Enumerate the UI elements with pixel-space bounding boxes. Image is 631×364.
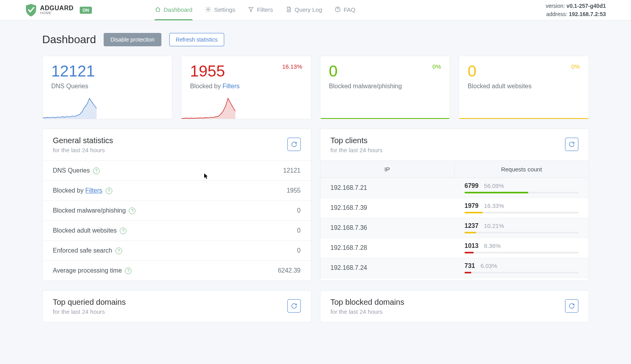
nav-faq-label: FAQ [344, 6, 355, 13]
top-clients-panel: Top clients for the last 24 hours IP Req… [320, 129, 589, 281]
nav-dashboard-label: Dashboard [164, 6, 192, 13]
malware-pct: 0% [432, 63, 441, 70]
help-icon[interactable]: ? [120, 228, 126, 234]
refresh-top-clients-button[interactable] [565, 138, 578, 151]
refresh-icon [569, 303, 575, 309]
page-title: Dashboard [42, 33, 96, 46]
top-clients-table-body[interactable]: 192.168.7.21679956.09%192.168.7.39197916… [320, 178, 589, 278]
client-requests: 197916.33% [454, 198, 589, 217]
adult-pct: 0% [571, 63, 580, 70]
stat-card-malware: 0% 0 Blocked malware/phishing [320, 56, 450, 119]
malware-label: Blocked malware/phishing [329, 83, 441, 90]
top-queried-sub: for the last 24 hours [53, 308, 287, 315]
stat-row-label: DNS Queries? [53, 167, 283, 174]
stat-card-adult: 0% 0 Blocked adult websites [459, 56, 589, 119]
malware-flatline [320, 118, 450, 119]
nav-filters-label: Filters [257, 6, 273, 13]
refresh-icon [569, 141, 575, 147]
client-ip: 192.168.7.24 [320, 258, 455, 278]
col-requests[interactable]: Requests count [455, 161, 589, 178]
adult-label: Blocked adult websites [468, 83, 580, 90]
nav-filters[interactable]: Filters [248, 0, 273, 20]
top-navbar: ADGUARD HOME ON Dashboard Settings Filte… [0, 0, 631, 20]
blocked-pct: 16.13% [282, 63, 302, 70]
client-ip: 192.168.7.28 [320, 238, 455, 258]
general-statistics-panel: General statistics for the last 24 hours… [42, 129, 311, 281]
help-icon[interactable]: ? [93, 167, 100, 174]
nav-faq[interactable]: FAQ [335, 0, 355, 20]
stat-row-value: 6242.39 [278, 267, 301, 274]
adult-value: 0 [468, 63, 580, 79]
stat-row-label: Blocked malware/phishing? [53, 207, 297, 214]
stat-row: Blocked by Filters?1955 [43, 180, 311, 200]
general-stats-title: General statistics [53, 136, 287, 145]
stat-row-label: Average processing time? [53, 267, 278, 274]
client-ip: 192.168.7.39 [320, 198, 455, 218]
dns-sparkline [43, 97, 97, 119]
stat-row: Blocked adult websites?0 [43, 220, 311, 240]
nav-dashboard[interactable]: Dashboard [155, 0, 192, 20]
client-ip: 192.168.7.21 [320, 178, 455, 198]
stat-row: DNS Queries?12121 [43, 160, 311, 180]
adult-flatline [459, 118, 589, 119]
page-header: Dashboard Disable protection Refresh sta… [42, 33, 589, 46]
client-requests: 10138.36% [454, 238, 589, 257]
nav-settings[interactable]: Settings [205, 0, 235, 20]
home-icon [155, 6, 161, 13]
client-requests: 123710.21% [454, 218, 589, 237]
stat-row-label: Blocked by Filters? [53, 187, 287, 194]
shield-icon [25, 4, 37, 17]
refresh-general-stats-button[interactable] [287, 138, 301, 151]
stat-row-value: 0 [297, 247, 301, 254]
table-row: 192.168.7.21679956.09% [320, 178, 589, 198]
top-queried-domains-panel: Top queried domains for the last 24 hour… [42, 290, 311, 322]
gear-icon [205, 6, 211, 13]
svg-point-0 [207, 9, 209, 10]
help-icon[interactable]: ? [106, 187, 112, 194]
refresh-icon [291, 303, 297, 309]
filter-icon [248, 6, 254, 13]
help-icon[interactable]: ? [129, 207, 135, 214]
stat-row-value: 0 [297, 227, 301, 234]
help-icon[interactable]: ? [115, 248, 122, 254]
stat-row-value: 12121 [283, 167, 301, 174]
stat-row: Average processing time?6242.39 [43, 260, 311, 280]
stat-row: Enforced safe search?0 [43, 240, 311, 260]
dns-queries-label: DNS Queries [51, 83, 164, 90]
client-ip: 192.168.7.36 [320, 218, 455, 238]
filters-link[interactable]: Filters [223, 83, 240, 89]
disable-protection-button[interactable]: Disable protection [104, 33, 161, 46]
stat-card-blocked-filters: 16.13% 1955 Blocked by Filters [181, 56, 311, 119]
client-requests: 679956.09% [454, 178, 589, 197]
top-clients-sub: for the last 24 hours [331, 147, 565, 153]
nav-querylog[interactable]: Query Log [285, 0, 322, 20]
document-icon [285, 6, 292, 13]
stat-row-value: 1955 [287, 187, 301, 194]
table-row: 192.168.7.247316.03% [320, 258, 589, 278]
refresh-top-queried-button[interactable] [287, 299, 301, 313]
stat-row-label: Enforced safe search? [53, 247, 297, 254]
malware-value: 0 [329, 63, 441, 79]
main-nav: Dashboard Settings Filters Query Log FAQ [155, 0, 356, 20]
refresh-icon [291, 141, 297, 147]
col-ip[interactable]: IP [320, 161, 455, 178]
table-row: 192.168.7.36123710.21% [320, 218, 589, 238]
refresh-top-blocked-button[interactable] [565, 299, 578, 313]
refresh-statistics-button[interactable]: Refresh statistics [169, 33, 225, 46]
stat-row: Blocked malware/phishing?0 [43, 200, 311, 220]
logo-subtitle: HOME [40, 11, 73, 15]
client-requests: 7316.03% [454, 258, 589, 277]
top-blocked-title: Top blocked domains [331, 298, 565, 307]
help-icon[interactable]: ? [125, 268, 132, 274]
filters-link[interactable]: Filters [85, 187, 102, 194]
table-row: 192.168.7.2810138.36% [320, 238, 589, 258]
help-icon [335, 6, 341, 13]
version-info: version: v0.1-257-g40d1 address: 192.168… [546, 2, 606, 18]
app-logo[interactable]: ADGUARD HOME ON [25, 4, 92, 17]
stat-cards-row: 12121 DNS Queries 16.13% 1955 Blocked by… [42, 56, 589, 119]
general-stats-sub: for the last 24 hours [53, 147, 287, 153]
blocked-label: Blocked by Filters [190, 83, 302, 90]
top-clients-title: Top clients [331, 136, 565, 145]
top-queried-title: Top queried domains [53, 298, 287, 307]
blocked-sparkline [181, 97, 236, 119]
